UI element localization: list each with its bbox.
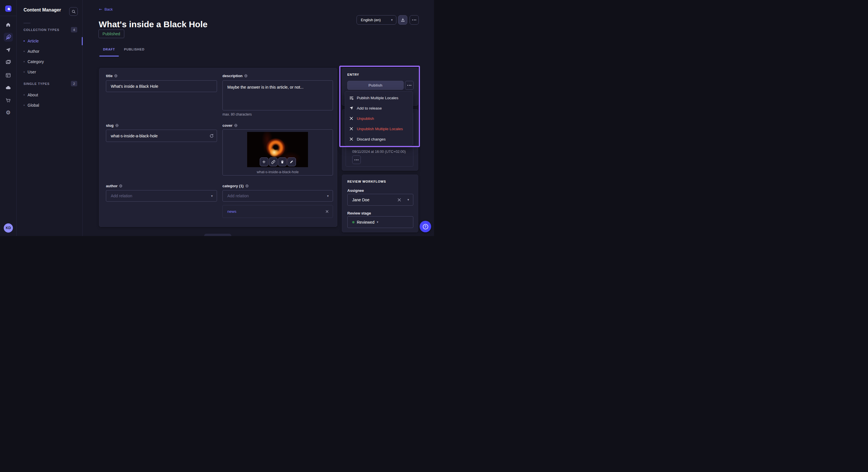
assignee-select[interactable]: Jane Doe ▾	[347, 194, 413, 206]
page-title: What's inside a Black Hole	[99, 20, 208, 29]
close-icon	[349, 127, 353, 131]
rail-item-marketplace[interactable]	[0, 96, 17, 105]
plus-icon	[262, 160, 266, 164]
globe-icon	[245, 184, 249, 188]
menu-item-unpublish[interactable]: Unpublish	[345, 113, 413, 124]
rail-item-home[interactable]	[0, 20, 17, 30]
add-asset-button[interactable]	[260, 158, 268, 166]
cloud-icon	[5, 85, 11, 91]
remove-relation-button[interactable]	[326, 210, 329, 213]
sidebar-title: Content Manager	[24, 7, 61, 12]
back-link[interactable]: ← Back	[99, 7, 113, 11]
ellipsis-icon	[410, 15, 418, 24]
label-text: author	[106, 184, 117, 188]
close-icon	[349, 117, 353, 120]
release-date: 09/11/2024 at 16:00 (UTC+02:00)	[352, 150, 406, 154]
chevron-down-icon: ▾	[327, 194, 329, 198]
menu-item-discard-changes[interactable]: Discard changes	[345, 134, 413, 144]
review-stage-select[interactable]: Reviewed ▾	[347, 216, 413, 228]
menu-item-label: Publish Multiple Locales	[357, 96, 398, 100]
author-relation-select[interactable]: Add relation ▾	[106, 190, 217, 202]
copy-link-button[interactable]	[269, 158, 278, 166]
globe-icon	[244, 74, 248, 78]
search-button[interactable]	[69, 7, 78, 16]
release-more-button[interactable]	[352, 156, 361, 164]
menu-item-publish-multiple-locales[interactable]: Publish Multiple Locales	[345, 93, 413, 103]
bullet-icon	[24, 94, 25, 96]
globe-icon	[234, 124, 238, 127]
review-stage-label: Review stage	[347, 211, 371, 215]
regenerate-slug-button[interactable]	[209, 134, 214, 138]
rail-item-settings[interactable]: ⚙	[0, 107, 17, 117]
category-relation-select[interactable]: Add relation ▾	[222, 190, 333, 202]
layout-icon	[5, 72, 11, 78]
paper-plane-icon	[5, 47, 11, 53]
rail-item-content-type-builder[interactable]	[0, 70, 17, 80]
section-label-single-types: SINGLE TYPES	[24, 82, 50, 86]
stage-value: Reviewed	[357, 220, 374, 225]
edit-asset-button[interactable]	[287, 158, 296, 166]
gear-icon: ⚙	[6, 109, 11, 115]
menu-item-add-to-release[interactable]: Add to release	[345, 103, 413, 113]
home-icon	[5, 22, 11, 28]
sidebar-item-user[interactable]: User	[24, 69, 36, 75]
help-button[interactable]: ?	[420, 221, 431, 232]
sidebar-item-author[interactable]: Author	[24, 48, 39, 55]
rail-item-content-manager[interactable]	[4, 33, 13, 42]
sidebar-item-category[interactable]: Category	[24, 58, 44, 65]
field-label-cover: cover	[222, 123, 238, 128]
rail-item-media-library[interactable]	[0, 57, 17, 67]
pencil-icon	[290, 160, 293, 164]
sidebar-item-label: Article	[28, 39, 39, 43]
field-label-category: category (1)	[222, 184, 249, 188]
review-heading: REVIEW WORKFLOWS	[347, 180, 386, 183]
sidebar-item-article[interactable]: Article	[24, 38, 39, 44]
rail-item-releases[interactable]	[0, 45, 17, 55]
bullet-icon	[24, 71, 25, 72]
entry-more-button[interactable]	[405, 81, 414, 90]
download-icon	[401, 18, 405, 22]
strapi-logo-icon	[5, 5, 11, 12]
label-text: description	[222, 74, 243, 78]
slug-value: what-s-inside-a-black-hole	[111, 134, 158, 138]
sidebar-item-global[interactable]: Global	[24, 102, 39, 109]
tab-draft[interactable]: DRAFT	[103, 47, 115, 51]
sidebar-item-label: Author	[28, 49, 39, 54]
chevron-down-icon: ▾	[211, 194, 213, 198]
title-value: What's inside a Black Hole	[111, 84, 158, 89]
cover-filename: what-s-inside-a-black-hole	[223, 170, 333, 174]
status-badge: Published	[98, 30, 124, 38]
search-icon	[71, 9, 76, 14]
relation-link-news[interactable]: news	[227, 209, 237, 214]
menu-item-label: Unpublish Multiple Locales	[357, 127, 403, 131]
title-input[interactable]: What's inside a Black Hole	[106, 80, 217, 92]
strapi-logo[interactable]	[5, 5, 11, 12]
field-label-author: author	[106, 184, 123, 188]
below-fold-card-edge[interactable]	[204, 234, 231, 236]
publish-button[interactable]: Publish	[347, 81, 404, 90]
tab-published[interactable]: PUBLISHED	[124, 47, 144, 51]
active-item-indicator	[82, 37, 83, 45]
export-button[interactable]	[398, 15, 407, 25]
collection-types-count-badge: 4	[71, 27, 77, 32]
globe-icon	[115, 124, 119, 127]
header-more-button[interactable]	[410, 15, 419, 25]
stage-status-dot	[352, 221, 354, 224]
strapi-app: ⚙ KD Content Manager COLLECTION TYPES 4 …	[0, 0, 434, 236]
user-avatar[interactable]: KD	[4, 224, 13, 233]
delete-asset-button[interactable]	[278, 158, 287, 166]
locale-select[interactable]: English (en) ▾	[356, 15, 396, 25]
menu-item-unpublish-multiple-locales[interactable]: Unpublish Multiple Locales	[345, 124, 413, 134]
description-textarea[interactable]: Maybe the answer is in this article, or …	[222, 80, 333, 110]
sidebar: Content Manager COLLECTION TYPES 4 Artic…	[17, 0, 83, 236]
slug-input[interactable]: what-s-inside-a-black-hole	[106, 130, 217, 142]
rail-item-cloud[interactable]	[0, 83, 17, 93]
review-workflows-panel: REVIEW WORKFLOWS Assignee Jane Doe ▾ Rev…	[342, 175, 418, 232]
bullet-icon	[24, 40, 25, 42]
single-types-count-badge: 2	[71, 81, 77, 86]
sidebar-item-about[interactable]: About	[24, 92, 38, 98]
clear-assignee-button[interactable]	[398, 198, 401, 202]
feather-icon	[6, 34, 11, 40]
bullet-icon	[24, 51, 25, 52]
close-icon	[349, 137, 353, 141]
